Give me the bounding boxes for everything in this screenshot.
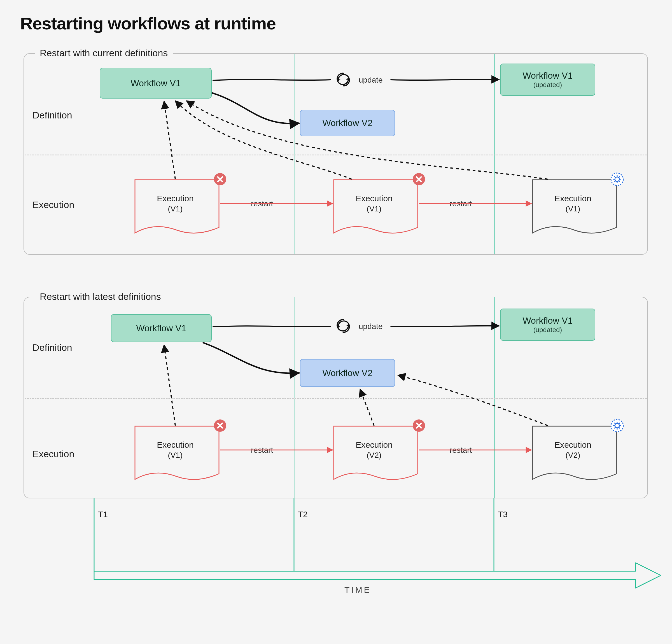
time-axis-label: TIME (344, 585, 371, 595)
restart-label-2b: restart (450, 446, 472, 455)
panel-restart-latest: Restart with latest definitions Definiti… (24, 297, 648, 498)
error-icon (413, 419, 425, 432)
time-t1-label: T1 (98, 510, 108, 519)
svg-line-21 (619, 427, 620, 428)
execution-1-label-b: Execution (V1) (136, 440, 215, 460)
svg-point-1 (413, 173, 425, 186)
panel-legend-b: Restart with latest definitions (35, 291, 166, 302)
svg-point-12 (214, 419, 226, 432)
svg-point-14 (611, 419, 623, 432)
restart-label-1a: restart (251, 199, 273, 208)
error-icon (214, 173, 226, 186)
workflow-v1-updated-label-a: Workflow V1 (523, 71, 573, 81)
page-title: Restarting workflows at runtime (20, 13, 276, 33)
row-label-definition-b: Definition (33, 342, 72, 353)
svg-line-23 (619, 423, 620, 424)
row-label-definition-a: Definition (33, 110, 72, 121)
update-label-a: update (359, 75, 383, 85)
workflow-v2-label-b: Workflow V2 (322, 368, 372, 378)
workflow-v2-label-a: Workflow V2 (322, 118, 372, 128)
workflow-v1-label-b: Workflow V1 (136, 323, 186, 333)
diagram-canvas: Restarting workflows at runtime Restart … (0, 0, 672, 644)
svg-line-10 (614, 181, 615, 182)
error-icon (413, 173, 425, 186)
workflow-v1-box-b: Workflow V1 (111, 314, 212, 342)
gear-icon (611, 173, 623, 186)
execution-1-label-a: Execution (V1) (136, 194, 215, 213)
time-t3-label: T3 (498, 510, 508, 519)
workflow-v1-updated-box-a: Workflow V1 (updated) (500, 63, 595, 96)
svg-line-8 (614, 176, 615, 178)
workflow-v1-updated-label-b: Workflow V1 (523, 315, 573, 326)
svg-point-3 (615, 177, 619, 181)
svg-point-15 (615, 424, 619, 428)
restart-label-2a: restart (450, 199, 472, 208)
workflow-v2-box-a: Workflow V2 (300, 110, 395, 136)
execution-3-label-b: Execution (V2) (534, 440, 612, 460)
workflow-v1-box-a: Workflow V1 (100, 68, 212, 98)
svg-line-20 (614, 423, 615, 424)
svg-point-13 (413, 419, 425, 432)
svg-point-2 (611, 173, 623, 186)
workflow-v2-box-b: Workflow V2 (300, 359, 395, 387)
execution-2-label-b: Execution (V2) (335, 440, 413, 460)
workflow-v1-updated-sub-a: (updated) (533, 81, 562, 89)
refresh-icon (337, 73, 350, 86)
time-t2-label: T2 (298, 510, 308, 519)
gear-icon (611, 419, 623, 432)
svg-point-0 (214, 173, 226, 186)
svg-line-22 (614, 427, 615, 428)
row-label-execution-a: Execution (33, 199, 74, 210)
row-label-execution-b: Execution (33, 449, 74, 460)
svg-line-9 (619, 181, 620, 182)
panel-restart-current: Restart with current definitions Definit… (24, 53, 648, 255)
workflow-v1-updated-sub-b: (updated) (533, 326, 562, 334)
workflow-v1-label-a: Workflow V1 (131, 78, 181, 88)
panel-legend-a: Restart with current definitions (35, 48, 173, 59)
execution-3-label-a: Execution (V1) (534, 194, 612, 213)
error-icon (214, 419, 226, 432)
execution-2-label-a: Execution (V1) (335, 194, 413, 213)
svg-line-11 (619, 176, 620, 178)
update-label-b: update (359, 322, 383, 331)
refresh-icon (337, 320, 350, 332)
workflow-v1-updated-box-b: Workflow V1 (updated) (500, 309, 595, 341)
restart-label-1b: restart (251, 446, 273, 455)
